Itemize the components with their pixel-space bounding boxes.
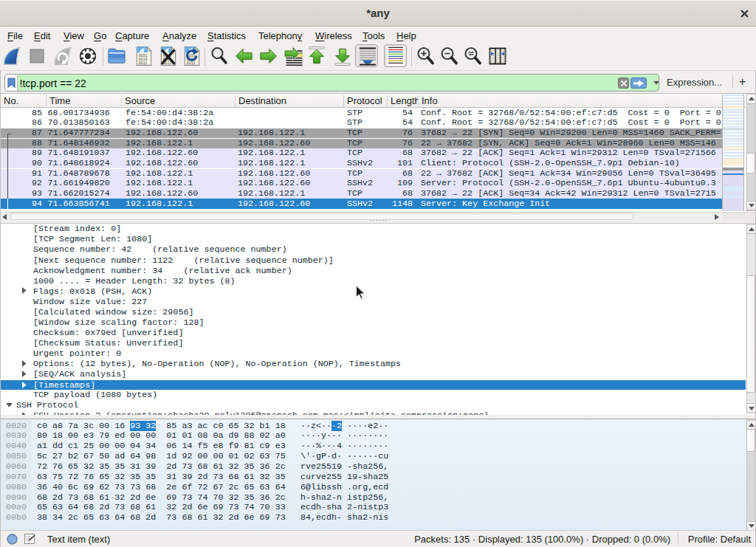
svg-text:0111: 0111 xyxy=(139,61,148,65)
svg-text:0111: 0111 xyxy=(186,61,195,65)
